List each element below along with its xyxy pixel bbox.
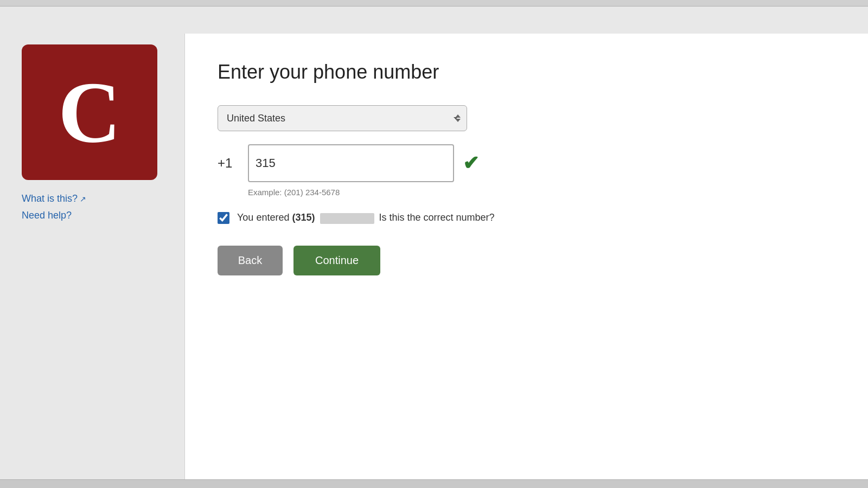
confirmation-bold-number: (315) [292, 212, 315, 223]
example-text: Example: (201) 234-5678 [248, 188, 835, 197]
bottom-bar [0, 479, 868, 488]
what-is-this-link[interactable]: What is this?↗ [22, 193, 86, 204]
country-code: +1 [218, 156, 239, 171]
button-row: Back Continue [218, 246, 835, 275]
what-is-this-label: What is this? [22, 193, 78, 204]
continue-button[interactable]: Continue [293, 246, 380, 275]
top-bar [0, 0, 868, 7]
confirmation-text-before: You entered [237, 212, 289, 223]
confirmation-checkbox[interactable] [218, 212, 229, 224]
page-title: Enter your phone number [218, 61, 835, 84]
masked-number [320, 213, 374, 224]
confirmation-text: You entered (315) Is this the correct nu… [237, 212, 495, 223]
help-links: What is this?↗ Need help? [22, 193, 86, 221]
phone-input-box: 315 [248, 144, 454, 182]
country-select[interactable]: United States Canada United Kingdom Aust… [218, 105, 467, 131]
country-select-container: United States Canada United Kingdom Aust… [218, 105, 467, 131]
need-help-link[interactable]: Need help? [22, 210, 86, 221]
phone-input-row: +1 315 ✔ [218, 144, 835, 182]
checkmark-icon: ✔ [463, 152, 479, 175]
confirmation-text-after: Is this the correct number? [379, 212, 495, 223]
main-content: C What is this?↗ Need help? Enter your p… [0, 7, 868, 479]
external-link-icon: ↗ [80, 195, 86, 203]
phone-prefix: 315 [256, 156, 276, 170]
country-selector-wrapper: United States Canada United Kingdom Aust… [218, 105, 835, 131]
need-help-label: Need help? [22, 210, 72, 221]
right-panel: Enter your phone number United States Ca… [184, 34, 868, 479]
confirmation-row: You entered (315) Is this the correct nu… [218, 212, 835, 224]
logo-container: C [22, 44, 157, 180]
logo-letter: C [58, 69, 121, 156]
back-button[interactable]: Back [218, 246, 283, 275]
phone-number-input[interactable] [276, 156, 395, 170]
left-panel: C What is this?↗ Need help? [0, 34, 184, 479]
